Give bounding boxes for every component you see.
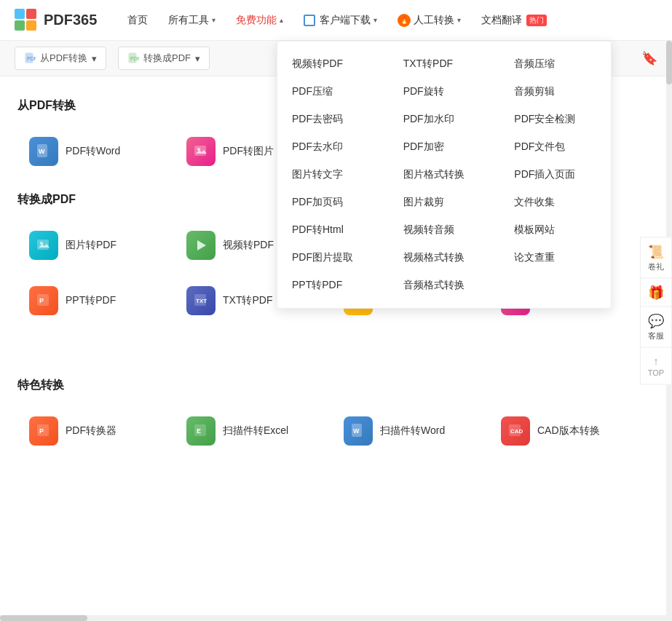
right-panel-scroll[interactable]: 📜 卷礼 xyxy=(640,237,672,277)
from-pdf-label: 从PDF转换 xyxy=(40,52,87,65)
tool-scan-word[interactable]: W 扫描件转Word xyxy=(332,408,481,454)
svg-text:TXT: TXT xyxy=(196,298,207,304)
svg-text:P: P xyxy=(39,297,44,304)
scroll-icon: 📜 xyxy=(648,243,664,259)
tool-pdf-image-label: PDF转图片 xyxy=(223,145,274,158)
from-pdf-arrow: ▾ xyxy=(92,53,97,64)
service-label: 客服 xyxy=(648,330,664,341)
section-special: 特色转换 P PDF转换器 E 扫描件转Excel W 扫描件转Word xyxy=(17,378,638,454)
dropdown-item-24[interactable]: PPT转PDF xyxy=(277,272,389,299)
dropdown-item-14[interactable]: PDF插入页面 xyxy=(499,161,611,189)
nav-human-arrow: ▾ xyxy=(457,16,461,24)
right-panel-gift[interactable]: 🎁 xyxy=(640,277,672,306)
dropdown-item-5[interactable]: 音频剪辑 xyxy=(499,78,611,106)
svg-rect-1 xyxy=(26,9,36,19)
top-arrow-icon: ↑ xyxy=(654,355,659,366)
nav-translate[interactable]: 文档翻译 热门 xyxy=(473,9,556,31)
svg-text:PDF: PDF xyxy=(27,56,36,61)
svg-text:E: E xyxy=(197,427,201,435)
tool-txt-pdf-icon: TXT xyxy=(186,286,216,315)
bookmark-btn[interactable]: 🔖 xyxy=(641,50,657,66)
download-icon xyxy=(304,15,315,26)
nav-free-arrow: ▴ xyxy=(280,16,283,24)
dropdown-item-21[interactable]: PDF图片提取 xyxy=(277,244,389,272)
tool-scan-excel-icon: E xyxy=(186,416,216,446)
dropdown-item-15[interactable]: PDF加页码 xyxy=(277,189,389,216)
top-label: TOP xyxy=(648,368,664,376)
tool-video-pdf-icon xyxy=(186,231,216,260)
from-pdf-icon: PDF xyxy=(24,52,36,64)
tool-cad-version-label: CAD版本转换 xyxy=(537,424,600,438)
svg-marker-17 xyxy=(197,240,206,250)
nav-home[interactable]: 首页 xyxy=(119,9,157,31)
dropdown-item-13[interactable]: 图片格式转换 xyxy=(389,161,500,189)
svg-text:CAD: CAD xyxy=(510,428,523,435)
nav-download[interactable]: 客户端下载 ▾ xyxy=(295,9,386,31)
dropdown-item-7[interactable]: PDF加水印 xyxy=(389,106,500,133)
free-features-dropdown: 视频转PDF TXT转PDF 音频压缩 PDF压缩 PDF旋转 音频剪辑 PDF… xyxy=(277,41,612,309)
right-panel-service[interactable]: 💬 客服 xyxy=(640,306,672,347)
dropdown-item-8[interactable]: PDF安全检测 xyxy=(499,106,611,133)
dropdown-item-17[interactable]: 文件收集 xyxy=(499,189,611,216)
dropdown-item-12[interactable]: 图片转文字 xyxy=(277,161,389,189)
svg-rect-2 xyxy=(15,20,25,31)
dropdown-item-10[interactable]: PDF加密 xyxy=(389,133,500,161)
tool-scan-word-label: 扫描件转Word xyxy=(380,424,445,438)
dropdown-item-22[interactable]: 视频格式转换 xyxy=(389,244,500,272)
to-pdf-label: 转换成PDF xyxy=(143,52,191,65)
logo-text: PDF365 xyxy=(44,12,97,28)
dropdown-item-25[interactable]: 音频格式转换 xyxy=(389,272,500,299)
dropdown-item-18[interactable]: PDF转Html xyxy=(277,216,389,244)
dropdown-item-1[interactable]: TXT转PDF xyxy=(389,50,500,78)
spacer xyxy=(17,341,638,371)
scroll-label: 卷礼 xyxy=(648,261,664,272)
dropdown-item-6[interactable]: PDF去密码 xyxy=(277,106,389,133)
tool-ppt-pdf[interactable]: P PPT转PDF xyxy=(17,277,166,324)
to-pdf-arrow: ▾ xyxy=(195,53,200,64)
logo[interactable]: PDF365 xyxy=(15,9,97,32)
dropdown-item-0[interactable]: 视频转PDF xyxy=(277,50,389,78)
tool-scan-excel[interactable]: E 扫描件转Excel xyxy=(175,408,323,454)
hot-badge: 热门 xyxy=(526,15,547,26)
tool-pdf-word-label: PDF转Word xyxy=(66,145,120,158)
dropdown-item-3[interactable]: PDF压缩 xyxy=(277,78,389,106)
tool-txt-pdf-label: TXT转PDF xyxy=(223,294,272,307)
nav-all-tools-arrow: ▾ xyxy=(212,16,216,24)
from-pdf-btn[interactable]: PDF 从PDF转换 ▾ xyxy=(15,47,106,70)
fire-icon: 🔥 xyxy=(398,14,411,27)
dropdown-item-11[interactable]: PDF文件包 xyxy=(499,133,611,161)
dropdown-item-2[interactable]: 音频压缩 xyxy=(499,50,611,78)
dropdown-item-9[interactable]: PDF去水印 xyxy=(277,133,389,161)
nav-free[interactable]: 免费功能 ▴ xyxy=(227,9,292,31)
svg-text:P: P xyxy=(39,427,44,435)
tool-scan-excel-label: 扫描件转Excel xyxy=(223,424,288,438)
nav-human[interactable]: 🔥 人工转换 ▾ xyxy=(389,9,470,31)
svg-rect-3 xyxy=(26,20,36,31)
dropdown-item-19[interactable]: 视频转音频 xyxy=(389,216,500,244)
special-grid: P PDF转换器 E 扫描件转Excel W 扫描件转Word CAD xyxy=(17,408,638,454)
tool-pdf-converter-icon: P xyxy=(29,416,58,446)
dropdown-item-4[interactable]: PDF旋转 xyxy=(389,78,500,106)
svg-text:W: W xyxy=(39,148,45,155)
tool-pdf-converter[interactable]: P PDF转换器 xyxy=(17,408,166,454)
dropdown-item-23[interactable]: 论文查重 xyxy=(499,244,611,272)
tool-cad-version-icon: CAD xyxy=(501,416,530,446)
tool-ppt-pdf-icon: P xyxy=(29,286,58,315)
main-nav: 首页 所有工具 ▾ 免费功能 ▴ 客户端下载 ▾ 🔥 人工转换 ▾ 文档翻译 热… xyxy=(119,9,657,31)
scrollbar-thumb[interactable] xyxy=(666,41,672,84)
to-pdf-btn[interactable]: PDF 转换成PDF ▾ xyxy=(118,47,210,70)
tool-video-pdf-label: 视频转PDF xyxy=(223,239,274,252)
tool-cad-version[interactable]: CAD CAD版本转换 xyxy=(489,408,638,454)
tool-image-pdf[interactable]: 图片转PDF xyxy=(17,222,166,269)
tool-pdf-word[interactable]: W PDF转Word xyxy=(17,128,166,175)
dropdown-grid: 视频转PDF TXT转PDF 音频压缩 PDF压缩 PDF旋转 音频剪辑 PDF… xyxy=(277,50,611,299)
svg-point-16 xyxy=(40,242,43,245)
dropdown-item-16[interactable]: 图片裁剪 xyxy=(389,189,500,216)
gift-icon: 🎁 xyxy=(648,284,664,300)
header: PDF365 首页 所有工具 ▾ 免费功能 ▴ 客户端下载 ▾ 🔥 人工转换 ▾… xyxy=(0,0,672,41)
tool-ppt-pdf-label: PPT转PDF xyxy=(66,294,116,307)
right-panel-top[interactable]: ↑ TOP xyxy=(640,347,672,384)
svg-text:W: W xyxy=(353,427,360,435)
dropdown-item-20[interactable]: 模板网站 xyxy=(499,216,611,244)
nav-all-tools[interactable]: 所有工具 ▾ xyxy=(159,9,224,31)
